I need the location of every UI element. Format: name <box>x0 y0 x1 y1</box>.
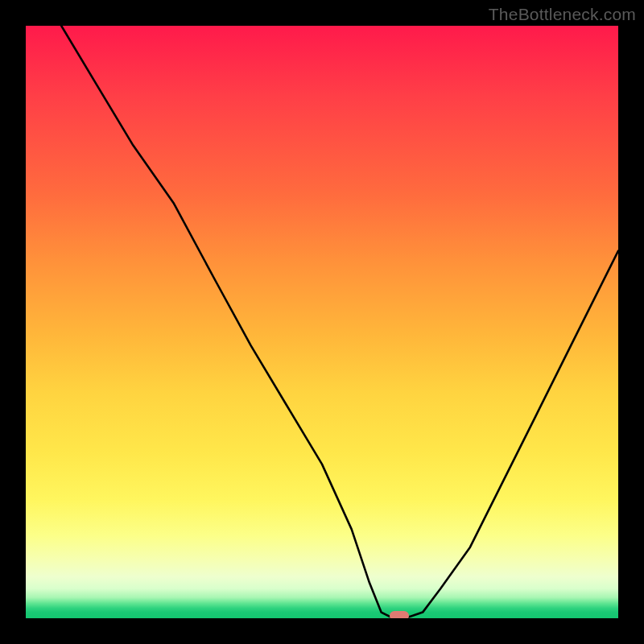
chart-frame: TheBottleneck.com <box>0 0 644 644</box>
optimal-point-marker <box>390 611 409 618</box>
bottleneck-curve <box>26 26 618 618</box>
plot-area <box>26 26 618 618</box>
watermark-text: TheBottleneck.com <box>489 5 636 24</box>
